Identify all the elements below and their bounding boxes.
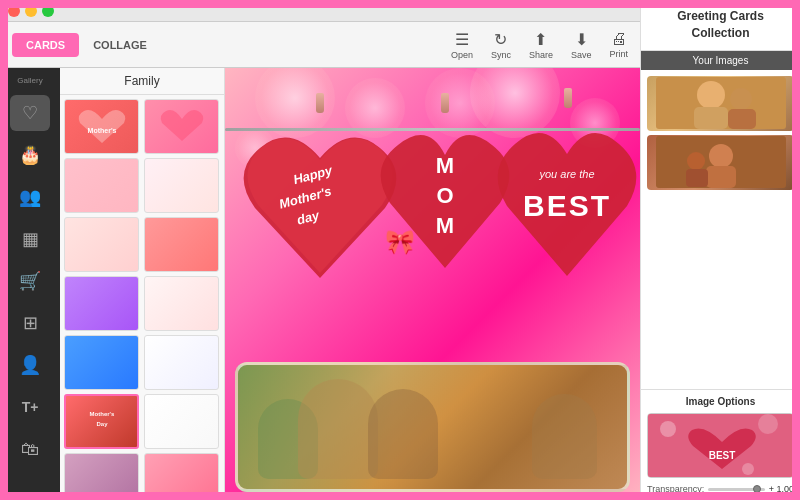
card-thumb-10-inner [145,336,218,389]
user-image-2-placeholder [647,135,794,190]
ribbon-decoration: 🎀 [385,228,415,256]
tab-collage[interactable]: COLLAGE [79,33,161,57]
svg-text:Day: Day [96,421,108,427]
right-heart-container: you are the BEST [495,98,640,302]
svg-text:you are the: you are the [538,168,594,180]
card-thumb-8[interactable] [144,276,219,331]
svg-text:BEST: BEST [523,189,611,222]
bottom-photo[interactable] [235,362,630,492]
sidebar-item-cart[interactable]: 🛒 [10,263,50,299]
share-icon: ⬆ [534,30,547,49]
sidebar-item-grid[interactable]: ⊞ [10,305,50,341]
svg-point-23 [660,421,676,437]
left-sidebar: Gallery ♡ 🎂 👥 ▦ 🛒 ⊞ 👤 T+ 🛍 [0,68,60,500]
print-button[interactable]: 🖨 Print [609,30,628,59]
card-thumb-9-inner [65,336,138,389]
clothespin-middle [441,93,449,113]
svg-point-14 [730,88,752,110]
save-button[interactable]: ⬇ Save [571,30,592,60]
svg-point-19 [687,152,705,170]
svg-text:Mother's: Mother's [87,127,116,134]
svg-point-25 [742,463,754,475]
save-label: Save [571,50,592,60]
card-preview: Happy Mother's day M O M you are the B [225,68,640,500]
sync-button[interactable]: ↻ Sync [491,30,511,60]
person-silhouette-3 [368,389,438,479]
card-list-header: Family [60,68,224,95]
middle-heart-container: M O M [380,103,510,297]
sync-icon: ↻ [494,30,507,49]
person-silhouette-2 [298,379,378,479]
svg-rect-20 [686,169,708,187]
card-list-panel: Family Mother's [60,68,225,500]
card-thumb-1[interactable]: Mother's [64,99,139,154]
card-thumb-12[interactable] [144,394,219,449]
open-button[interactable]: ☰ Open [451,30,473,60]
card-thumb-5[interactable] [64,217,139,272]
svg-text:M: M [436,153,454,178]
card-thumb-2[interactable] [144,99,219,154]
card-thumb-2-inner [145,100,218,153]
bottom-photo-overlay [238,365,627,489]
sidebar-item-contacts[interactable]: 👤 [10,347,50,383]
print-icon: 🖨 [611,30,627,48]
clothespin-right [564,88,572,108]
sidebar-item-people[interactable]: 👥 [10,179,50,215]
svg-text:O: O [436,183,453,208]
user-images-list [641,70,800,196]
user-image-2-svg [656,136,786,188]
card-thumb-10[interactable] [144,335,219,390]
user-image-1[interactable] [647,76,794,131]
image-options-preview[interactable]: BEST [647,413,794,478]
card-thumb-7-inner [65,277,138,330]
card-thumb-3[interactable] [64,158,139,213]
sidebar-item-birthday[interactable]: 🎂 [10,137,50,173]
card-thumb-12-inner [145,395,218,448]
image-options-panel: Image Options BEST Transparency: + 1.00 [641,389,800,500]
card-grid: Mother's [60,95,224,500]
right-heart-svg: you are the BEST [495,98,640,298]
svg-text:Mother's: Mother's [89,411,114,417]
sidebar-item-text[interactable]: T+ [10,389,50,425]
transparency-slider[interactable] [708,488,765,491]
right-panel: Greeting Cards Collection Your Images [640,0,800,500]
svg-point-24 [758,414,778,434]
sidebar-item-frames[interactable]: ▦ [10,221,50,257]
print-label: Print [609,49,628,59]
share-button[interactable]: ⬆ Share [529,30,553,60]
open-label: Open [451,50,473,60]
svg-text:M: M [436,213,454,238]
card-thumb-6-inner [145,218,218,271]
image-options-preview-svg: BEST [648,414,794,478]
svg-text:BEST: BEST [709,450,736,461]
border-right [792,0,800,500]
left-heart-container: Happy Mother's day [240,103,400,307]
tab-cards[interactable]: CARDS [12,33,79,57]
sidebar-item-heart[interactable]: ♡ [10,95,50,131]
card-thumb-5-inner [65,218,138,271]
border-left [0,0,8,500]
sidebar-item-bag[interactable]: 🛍 [10,431,50,467]
card-thumb-8-inner [145,277,218,330]
user-image-2[interactable] [647,135,794,190]
card-thumb-6[interactable] [144,217,219,272]
card-thumb-11[interactable]: Mother's Day [64,394,139,449]
card-thumb-4-inner [145,159,218,212]
left-heart-svg: Happy Mother's day [240,103,400,303]
image-options-title: Image Options [647,396,794,407]
svg-point-17 [709,144,733,168]
svg-point-12 [697,81,725,109]
border-bottom [0,492,800,500]
main-canvas[interactable]: Happy Mother's day M O M you are the B [225,68,640,500]
svg-rect-18 [706,166,736,188]
clothespin-left [316,93,324,113]
card-thumb-7[interactable] [64,276,139,331]
card-thumb-1-inner: Mother's [65,100,138,153]
card-thumb-9[interactable] [64,335,139,390]
open-icon: ☰ [455,30,469,49]
card-thumb-3-inner [65,159,138,212]
svg-rect-13 [694,107,728,129]
card-thumb-4[interactable] [144,158,219,213]
sync-label: Sync [491,50,511,60]
border-top [0,0,800,8]
